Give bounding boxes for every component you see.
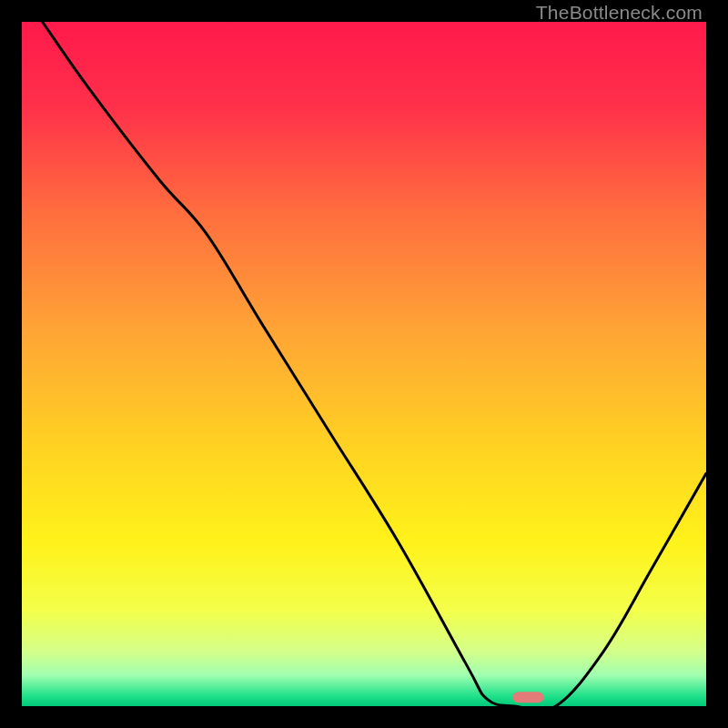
gradient-background <box>22 22 706 706</box>
bottleneck-chart <box>22 22 706 706</box>
watermark-text: TheBottleneck.com <box>536 2 703 24</box>
chart-frame <box>22 22 706 706</box>
selected-point-marker <box>512 692 543 703</box>
